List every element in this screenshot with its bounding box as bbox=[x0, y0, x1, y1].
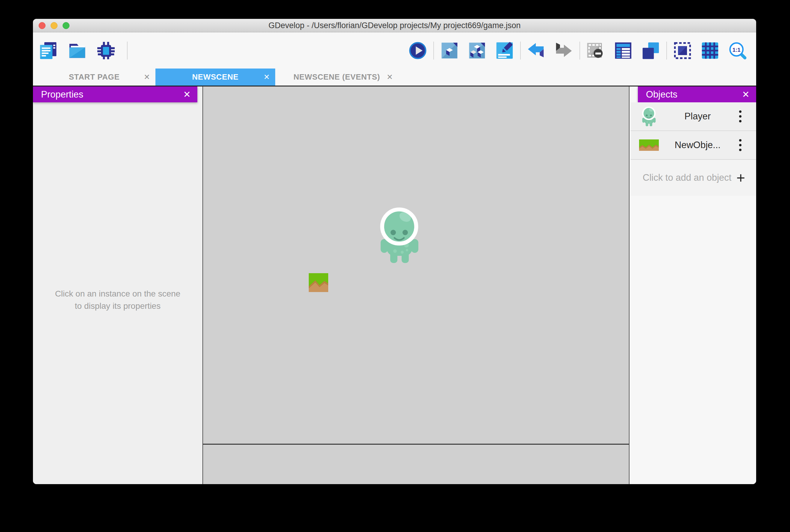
terrain-tile-sprite bbox=[309, 273, 328, 292]
objects-panel-title: Objects bbox=[638, 89, 677, 100]
tab-label: START PAGE bbox=[69, 72, 120, 82]
tab-bar: START PAGE ✕ NEWSCENE ✕ NEWSCENE (EVENTS… bbox=[33, 69, 756, 86]
svg-text:1:1: 1:1 bbox=[733, 46, 740, 53]
app-window: GDevelop - /Users/florian/GDevelop proje… bbox=[33, 19, 756, 484]
open-folder-icon bbox=[68, 42, 86, 59]
redo-button[interactable] bbox=[554, 41, 573, 60]
add-object-button[interactable] bbox=[440, 41, 459, 60]
toolbar-divider bbox=[127, 42, 128, 59]
edit-document-icon bbox=[496, 42, 514, 59]
play-preview-button[interactable] bbox=[408, 41, 427, 60]
objects-document-icon bbox=[468, 42, 486, 59]
redo-icon bbox=[555, 42, 573, 59]
close-window-button[interactable] bbox=[39, 22, 45, 29]
properties-panel-title: Properties bbox=[33, 89, 83, 100]
open-folder-button[interactable] bbox=[68, 41, 87, 60]
object-menu-button[interactable] bbox=[736, 139, 744, 151]
toolbar-divider bbox=[666, 42, 667, 59]
titlebar: GDevelop - /Users/florian/GDevelop proje… bbox=[33, 19, 756, 32]
selection-frame-icon bbox=[674, 42, 692, 59]
mask-button[interactable] bbox=[673, 41, 692, 60]
player-sprite bbox=[380, 207, 419, 263]
tab-label: NEWSCENE (EVENTS) bbox=[293, 72, 380, 82]
toolbar-divider bbox=[433, 42, 434, 59]
toolbar-left-group bbox=[33, 41, 129, 60]
window-title: GDevelop - /Users/florian/GDevelop proje… bbox=[33, 21, 756, 30]
layers-button[interactable] bbox=[641, 41, 660, 60]
objects-list-icon bbox=[614, 42, 632, 59]
objects-list-button[interactable] bbox=[613, 41, 633, 60]
scene-window-border bbox=[203, 444, 629, 444]
tab-newscene[interactable]: NEWSCENE ✕ bbox=[155, 69, 275, 86]
new-file-icon bbox=[39, 42, 57, 59]
close-tab-icon[interactable]: ✕ bbox=[387, 73, 393, 81]
tab-start-page[interactable]: START PAGE ✕ bbox=[33, 69, 155, 86]
objects-panel-header: Objects ✕ bbox=[638, 87, 756, 102]
tab-newscene-events[interactable]: NEWSCENE (EVENTS) ✕ bbox=[275, 69, 398, 86]
object-menu-button[interactable] bbox=[736, 110, 744, 122]
grid-icon bbox=[701, 42, 719, 59]
toolbar-right-group: 1:1 bbox=[404, 41, 756, 60]
main-content: Properties ✕ Click on an instance on the… bbox=[33, 86, 756, 484]
add-objects-group-button[interactable] bbox=[467, 41, 486, 60]
object-row-player[interactable]: Player bbox=[631, 102, 756, 131]
terrain-thumbnail-icon bbox=[639, 139, 659, 151]
undo-icon bbox=[527, 42, 545, 59]
scene-canvas[interactable] bbox=[202, 87, 629, 484]
tab-label: NEWSCENE bbox=[192, 72, 238, 82]
object-document-icon bbox=[441, 42, 459, 59]
minimize-window-button[interactable] bbox=[51, 22, 57, 29]
add-object-row[interactable]: Click to add an object + bbox=[631, 160, 756, 196]
toolbar: 1:1 bbox=[33, 32, 756, 69]
debugger-button[interactable] bbox=[96, 41, 115, 60]
add-object-label: Click to add an object bbox=[643, 172, 736, 183]
debugger-bug-icon bbox=[97, 42, 115, 59]
close-tab-icon[interactable]: ✕ bbox=[144, 73, 150, 81]
player-thumbnail-icon bbox=[639, 107, 659, 126]
zoom-1-1-icon: 1:1 bbox=[729, 42, 747, 59]
new-file-button[interactable] bbox=[39, 41, 58, 60]
undo-button[interactable] bbox=[527, 41, 546, 60]
toolbar-divider bbox=[520, 42, 521, 59]
properties-panel-header: Properties ✕ bbox=[33, 87, 197, 102]
objects-panel: Objects ✕ bbox=[629, 87, 756, 484]
object-row-newobject[interactable]: NewObje... bbox=[631, 131, 756, 160]
toolbar-divider bbox=[580, 42, 580, 59]
toggle-preview-button[interactable] bbox=[586, 41, 605, 60]
object-name: Player bbox=[659, 111, 736, 122]
film-strip-minus-icon bbox=[587, 42, 605, 59]
terrain-tile-instance[interactable] bbox=[309, 273, 328, 292]
close-tab-icon[interactable]: ✕ bbox=[263, 73, 270, 81]
properties-panel: Properties ✕ Click on an instance on the… bbox=[33, 87, 202, 484]
player-instance[interactable] bbox=[380, 207, 419, 263]
traffic-lights bbox=[39, 19, 70, 32]
object-name: NewObje... bbox=[659, 140, 736, 151]
plus-icon[interactable]: + bbox=[736, 170, 744, 185]
play-icon bbox=[409, 42, 427, 59]
layers-icon bbox=[642, 42, 660, 59]
zoom-original-button[interactable]: 1:1 bbox=[728, 41, 747, 60]
fullscreen-window-button[interactable] bbox=[62, 22, 70, 29]
close-icon[interactable]: ✕ bbox=[183, 89, 197, 100]
grid-button[interactable] bbox=[700, 41, 720, 60]
scene-properties-button[interactable] bbox=[495, 41, 514, 60]
properties-empty-message: Click on an instance on the scene to dis… bbox=[33, 288, 202, 312]
close-icon[interactable]: ✕ bbox=[742, 89, 756, 100]
